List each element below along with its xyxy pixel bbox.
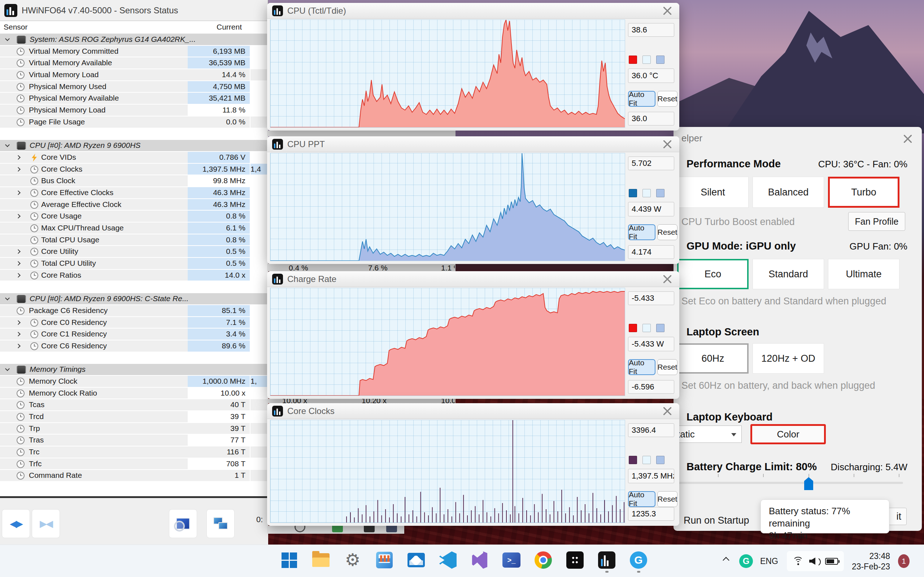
background-color-swatch[interactable] — [643, 324, 651, 332]
series-color-swatch[interactable] — [629, 56, 637, 64]
graph-titlebar[interactable]: Core Clocks — [267, 403, 679, 419]
chrome-button[interactable] — [533, 550, 554, 571]
sensor-row[interactable]: Core Ratios14.0 x — [0, 270, 268, 282]
keyboard-color-button[interactable]: Color — [750, 424, 826, 444]
notification-badge[interactable]: 1 — [898, 554, 909, 568]
auto-fit-button[interactable]: Auto Fit — [628, 91, 656, 107]
close-icon[interactable] — [663, 407, 671, 415]
monitor-scan-button[interactable] — [169, 509, 197, 538]
black-app-button[interactable] — [564, 550, 585, 571]
sensor-row[interactable]: Max CPU/Thread Usage6.1 % — [0, 222, 268, 234]
sensor-row[interactable]: Virtual Memory Available36,539 MB — [0, 57, 268, 69]
sensor-section-row[interactable]: System: ASUS ROG Zephyrus G14 GA402RK_..… — [0, 34, 268, 46]
reset-button[interactable]: Reset — [657, 491, 677, 507]
reset-button[interactable]: Reset — [657, 224, 677, 240]
settings-button[interactable]: ⚙ — [342, 550, 363, 571]
sensor-row[interactable]: Trp39 T — [0, 423, 268, 435]
sensor-row[interactable]: Page File Usage0.0 % — [0, 116, 268, 128]
mail-button[interactable] — [406, 550, 426, 571]
sensor-section-row[interactable]: CPU [#0]: AMD Ryzen 9 6900HS — [0, 140, 268, 152]
chevron-down-icon[interactable] — [5, 142, 10, 147]
sensor-row[interactable]: Package C6 Residency85.1 % — [0, 305, 268, 317]
start-button[interactable] — [279, 550, 300, 571]
sensor-row[interactable]: Virtual Memory Load14.4 % — [0, 69, 268, 81]
expand-columns-button[interactable]: ◀▶ — [2, 509, 30, 538]
sensor-row[interactable]: Core Usage0.8 % — [0, 211, 268, 222]
close-icon[interactable] — [663, 140, 671, 148]
sensor-row[interactable]: Memory Clock1,000.0 MHz1, — [0, 376, 268, 388]
sensor-row[interactable]: Trfc708 T — [0, 458, 268, 470]
sensor-row[interactable]: Average Effective Clock46.3 MHz — [0, 199, 268, 211]
sensor-section-row[interactable]: CPU [#0]: AMD Ryzen 9 6900HS: C-State Re… — [0, 293, 268, 305]
visual-studio-button[interactable] — [469, 550, 490, 571]
ultimate-gpu-button[interactable]: Ultimate — [828, 259, 900, 289]
background-color-swatch[interactable] — [643, 56, 651, 64]
sensor-row[interactable]: Core C1 Residency3.4 % — [0, 329, 268, 340]
series-color-swatch[interactable] — [629, 189, 637, 197]
grammarly-tray-icon[interactable]: G — [739, 554, 753, 568]
close-icon[interactable] — [904, 135, 912, 143]
sensor-row[interactable]: Core VIDs0.786 V — [0, 152, 268, 164]
grid-color-swatch[interactable] — [656, 456, 664, 464]
close-icon[interactable] — [663, 7, 671, 15]
graph-titlebar[interactable]: CPU PPT — [267, 136, 679, 152]
eco-gpu-button[interactable]: Eco — [677, 259, 749, 289]
sensor-row[interactable]: Core Effective Clocks46.3 MHz — [0, 187, 268, 199]
graph-titlebar[interactable]: Charge Rate — [267, 271, 679, 287]
ghelper-taskbar-button[interactable]: G — [628, 550, 649, 571]
sensor-row[interactable]: Total CPU Utility0.5 % — [0, 258, 268, 270]
hwinfo-taskbar-button[interactable] — [596, 550, 617, 571]
sensor-row[interactable]: Tcas40 T — [0, 399, 268, 411]
sensor-row[interactable]: Physical Memory Used4,750 MB — [0, 81, 268, 93]
vscode-button[interactable] — [438, 550, 459, 571]
turbo-mode-button[interactable]: Turbo — [828, 177, 900, 208]
sensor-row[interactable]: Trc116 T — [0, 446, 268, 458]
grid-color-swatch[interactable] — [656, 189, 664, 197]
grid-color-swatch[interactable] — [656, 56, 664, 64]
language-indicator[interactable]: ENG — [760, 556, 778, 566]
sensor-row[interactable]: Core C6 Residency89.6 % — [0, 340, 268, 352]
column-current[interactable]: Current — [188, 23, 242, 31]
grid-color-swatch[interactable] — [656, 324, 664, 332]
sensor-row[interactable]: Physical Memory Available35,421 MB — [0, 93, 268, 105]
close-icon[interactable] — [663, 275, 671, 283]
hwinfo-titlebar[interactable]: HWiNFO64 v7.40-5000 - Sensors Status — [0, 0, 268, 21]
sensor-row[interactable]: Bus Clock99.8 MHz — [0, 175, 268, 187]
graph-titlebar[interactable]: CPU (Tctl/Tdie) — [267, 3, 679, 19]
standard-gpu-button[interactable]: Standard — [753, 259, 824, 289]
auto-fit-button[interactable]: Auto Fit — [628, 491, 656, 507]
sensor-row[interactable]: Total CPU Usage0.8 % — [0, 234, 268, 246]
battery-limit-slider-track[interactable] — [677, 482, 903, 484]
120hz-od-button[interactable]: 120Hz + OD — [753, 343, 824, 374]
balanced-mode-button[interactable]: Balanced — [753, 177, 824, 208]
background-color-swatch[interactable] — [643, 456, 651, 464]
sensor-row[interactable]: Virtual Memory Committed6,193 MB — [0, 46, 268, 58]
run-on-startup-label[interactable]: Run on Startup — [683, 515, 749, 526]
task-manager-button[interactable] — [374, 550, 395, 571]
powershell-button[interactable]: >_ — [501, 550, 522, 571]
sensor-row[interactable]: Tras77 T — [0, 435, 268, 446]
auto-fit-button[interactable]: Auto Fit — [628, 224, 656, 240]
series-color-swatch[interactable] — [629, 456, 637, 464]
chevron-down-icon[interactable] — [5, 36, 10, 41]
file-explorer-button[interactable] — [310, 550, 331, 571]
sensor-row[interactable]: Command Rate1 T — [0, 470, 268, 482]
sensor-row[interactable]: Core C0 Residency7.1 % — [0, 317, 268, 329]
60hz-button[interactable]: 60Hz — [677, 343, 749, 374]
fan-profile-button[interactable]: Fan Profile — [848, 212, 905, 231]
background-color-swatch[interactable] — [643, 189, 651, 197]
keyboard-mode-dropdown[interactable]: tatic — [674, 425, 742, 443]
sensor-row[interactable]: Memory Clock Ratio10.00 x — [0, 388, 268, 400]
series-color-swatch[interactable] — [629, 324, 637, 332]
tray-chevron-up-icon[interactable] — [723, 557, 729, 563]
chevron-down-icon[interactable] — [5, 296, 10, 300]
auto-fit-button[interactable]: Auto Fit — [628, 359, 656, 375]
remote-monitor-button[interactable] — [207, 509, 234, 538]
sensor-row[interactable]: Core Clocks1,397.5 MHz1,4 — [0, 164, 268, 176]
sensor-row[interactable]: Physical Memory Load11.8 % — [0, 105, 268, 116]
sensor-row[interactable]: Trcd39 T — [0, 411, 268, 423]
silent-mode-button[interactable]: Silent — [677, 177, 749, 208]
reset-button[interactable]: Reset — [657, 91, 677, 107]
tray-status-group[interactable] — [787, 551, 844, 571]
chevron-down-icon[interactable] — [5, 366, 10, 371]
